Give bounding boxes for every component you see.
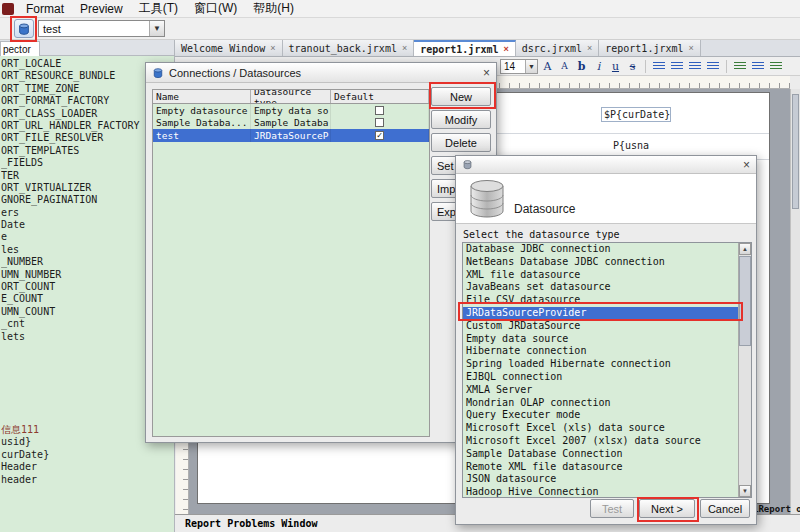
report-field-curdate[interactable]: $P{curDate} <box>601 107 671 122</box>
tab-close-icon[interactable]: × <box>689 43 694 53</box>
italic-button[interactable]: i <box>591 59 606 74</box>
default-checkbox[interactable]: ✓ <box>375 131 384 140</box>
datasource-type-item[interactable]: Hadoop Hive Connection <box>463 486 738 498</box>
datasource-type-item[interactable]: XMLA Server <box>463 384 738 397</box>
tab-close-icon[interactable]: × <box>402 43 407 53</box>
bold-button[interactable]: b <box>574 59 589 74</box>
datasource-type-item[interactable]: EJBQL connection <box>463 371 738 384</box>
inspector-tree-item[interactable]: header <box>1 474 174 486</box>
align-middle-icon[interactable] <box>752 62 764 71</box>
column-header-name[interactable]: Name <box>153 90 251 103</box>
align-right-icon[interactable] <box>689 62 701 71</box>
toolbar-separator <box>726 60 727 73</box>
ireport-output-title[interactable]: iReport outp <box>753 504 800 514</box>
chevron-down-icon: ▼ <box>525 60 537 73</box>
editor-tab[interactable]: dsrc.jrxml × <box>516 40 599 56</box>
cell-type: JRDataSourceP... <box>251 129 331 142</box>
tab-close-icon[interactable]: × <box>503 44 508 54</box>
datasource-type-item[interactable]: Database JDBC connection <box>463 243 738 256</box>
datasource-table[interactable]: Name Datasource type Default Empty datas… <box>152 89 430 437</box>
active-datasource-combo[interactable]: test ▼ <box>38 20 165 37</box>
align-bottom-icon[interactable] <box>770 62 782 71</box>
datasource-type-item[interactable]: JSON datasource <box>463 473 738 486</box>
datasource-type-item[interactable]: Custom JRDataSource <box>463 320 738 333</box>
menu-item[interactable]: 工具(T) <box>131 0 186 18</box>
editor-tab[interactable]: report1.jrxml × <box>599 40 701 56</box>
list-scrollbar[interactable]: ▲ ▼ <box>738 243 751 497</box>
table-row[interactable]: Sample Databa... Sample Databa... <box>153 117 429 130</box>
datasource-type-item[interactable]: NetBeans Database JDBC connection <box>463 256 738 269</box>
datasource-type-item[interactable]: XML file datasource <box>463 269 738 282</box>
dialog-button[interactable]: Delete <box>431 133 491 152</box>
strikethrough-button[interactable]: s <box>625 59 640 74</box>
dialog-titlebar[interactable]: Connections / Datasources × <box>146 63 496 83</box>
datasource-type-item[interactable]: File CSV datasource <box>463 294 738 307</box>
menu-bar: FormatPreview工具(T)窗口(W)帮助(H) <box>0 0 800 18</box>
cell-default <box>331 117 429 130</box>
font-decrease-button[interactable]: A <box>557 59 572 74</box>
cancel-button[interactable]: Cancel <box>700 499 750 518</box>
default-checkbox[interactable] <box>375 118 384 127</box>
table-header: Name Datasource type Default <box>153 90 429 104</box>
datasource-cylinder-icon <box>466 177 508 221</box>
editor-tab[interactable]: Welcome Window × <box>175 40 283 56</box>
datasource-type-item[interactable]: JRDataSourceProvider <box>463 307 738 320</box>
cell-name: Sample Databa... <box>153 117 251 130</box>
align-top-icon[interactable] <box>734 62 746 71</box>
dialog-titlebar[interactable]: × <box>456 156 756 174</box>
inspector-tree-item[interactable]: curDate} <box>1 449 174 461</box>
report-field-usname[interactable]: P{usna <box>613 140 649 151</box>
column-header-default[interactable]: Default <box>331 90 429 103</box>
wizard-header: Datasource <box>456 174 756 224</box>
chevron-down-icon[interactable]: ▼ <box>149 21 164 36</box>
inspector-tree-item[interactable]: Header <box>1 461 174 473</box>
tab-close-icon[interactable]: × <box>270 43 275 53</box>
tab-close-icon[interactable]: × <box>587 43 592 53</box>
menu-item[interactable]: Preview <box>72 1 131 17</box>
default-checkbox[interactable] <box>375 106 384 115</box>
font-size-combo[interactable]: 14 ▼ <box>500 59 538 74</box>
menu-item[interactable]: Format <box>18 1 72 17</box>
dialog-button[interactable]: Modify <box>431 110 491 129</box>
app-icon <box>2 3 14 15</box>
report-datasources-button[interactable] <box>14 19 34 38</box>
tab-label: report1.jrxml <box>605 43 683 54</box>
close-icon[interactable]: × <box>483 67 490 79</box>
datasource-type-item[interactable]: Query Executer mode <box>463 409 738 422</box>
datasource-type-item[interactable]: Empty data source <box>463 333 738 346</box>
datasource-type-item[interactable]: Microsoft Excel (xls) data source <box>463 422 738 435</box>
editor-tab[interactable]: report1.jrxml × <box>414 40 516 56</box>
select-type-label: Select the datasource type <box>463 229 756 240</box>
inspector-tab[interactable]: pector <box>0 41 40 56</box>
dialog-button[interactable]: New <box>431 87 491 106</box>
column-header-type[interactable]: Datasource type <box>251 90 331 103</box>
font-increase-button[interactable]: A <box>540 59 555 74</box>
canvas-scrollbar[interactable] <box>790 89 800 514</box>
align-center-icon[interactable] <box>671 62 683 71</box>
datasource-type-item[interactable]: Mondrian OLAP connection <box>463 397 738 410</box>
align-left-icon[interactable] <box>653 62 665 71</box>
datasource-type-item[interactable]: Remote XML file datasource <box>463 461 738 474</box>
menu-item[interactable]: 帮助(H) <box>245 0 302 18</box>
editor-tab[interactable]: tranout_back.jrxml × <box>283 40 415 56</box>
datasource-type-item[interactable]: Microsoft Excel 2007 (xlsx) data source <box>463 435 738 448</box>
scrollbar-thumb[interactable] <box>739 256 751 346</box>
table-row[interactable]: Empty datasource Empty data so... <box>153 104 429 117</box>
menu-item[interactable]: 窗口(W) <box>186 0 245 18</box>
datasource-type-item[interactable]: Sample Database Connection <box>463 448 738 461</box>
datasource-type-item[interactable]: Spring loaded Hibernate connection <box>463 358 738 371</box>
datasource-type-item[interactable]: Hibernate connection <box>463 345 738 358</box>
cell-default: ✓ <box>331 129 429 142</box>
underline-button[interactable]: u <box>608 59 623 74</box>
next-button[interactable]: Next > <box>639 499 695 518</box>
datasource-type-item[interactable]: JavaBeans set datasource <box>463 281 738 294</box>
report-problems-title[interactable]: Report Problems Window <box>185 518 317 529</box>
datasource-type-list[interactable]: Database JDBC connectionNetBeans Databas… <box>462 242 752 498</box>
align-justify-icon[interactable] <box>707 62 719 71</box>
close-icon[interactable]: × <box>743 159 750 171</box>
scroll-down-icon[interactable]: ▼ <box>739 485 751 497</box>
table-row[interactable]: test JRDataSourceP... ✓ <box>153 129 429 142</box>
test-button[interactable]: Test <box>590 499 634 518</box>
scroll-up-icon[interactable]: ▲ <box>739 243 751 255</box>
scrollbar-thumb[interactable] <box>792 94 799 209</box>
